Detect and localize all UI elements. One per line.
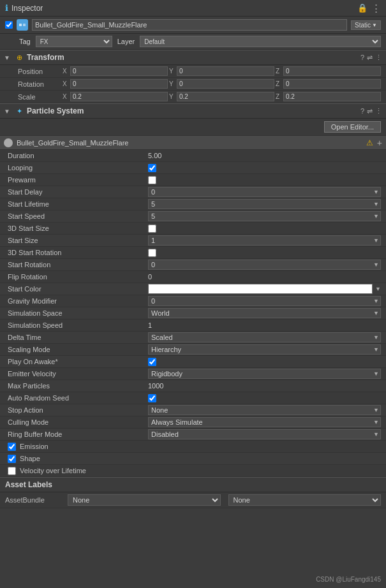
position-y-label: Y [169,68,175,75]
module-checkbox[interactable] [8,467,16,475]
position-y-input[interactable] [177,66,274,76]
more-icon[interactable]: ⋮ [371,3,381,14]
property-label: Start Lifetime [8,200,148,208]
property-select-container[interactable]: Hierarchy▼ [148,344,381,355]
rotation-y-field: Y [169,79,274,89]
lock-icon[interactable]: 🔒 [357,3,367,13]
property-select-arrow-icon: ▼ [373,346,379,353]
tag-select[interactable]: FX [36,36,112,47]
property-select-container[interactable]: 5▼ [148,199,381,209]
property-checkbox[interactable] [148,176,156,184]
property-label: Simulation Space [8,309,148,317]
property-label: Start Rotation [8,261,148,268]
position-z-input[interactable] [283,66,381,76]
position-x-input[interactable] [70,66,168,76]
property-select-display[interactable]: 0 [148,187,381,197]
transform-settings-icon[interactable]: ⇌ [367,54,373,62]
asset-bundle-row: AssetBundle None None [0,492,386,508]
property-label: 3D Start Size [8,224,148,232]
property-select-container[interactable]: Scaled▼ [148,332,381,342]
ps-add-icon[interactable]: + [377,138,382,148]
property-select-display[interactable]: None [148,405,381,415]
scale-z-input[interactable] [283,92,381,101]
property-select-container[interactable]: Always Simulate▼ [148,417,381,427]
module-label: Velocity over Lifetime [20,467,86,474]
property-color-swatch[interactable] [148,284,373,294]
property-row: Looping [0,162,386,174]
property-row: Simulation Speed1 [0,320,386,332]
particle-system-collapse-arrow[interactable]: ▼ [4,108,11,115]
object-row: Static ▼ [0,17,386,34]
rotation-z-input[interactable] [283,79,381,89]
static-button[interactable]: Static ▼ [351,20,381,30]
property-value [148,176,381,184]
property-select-display[interactable]: Hierarchy [148,344,381,355]
property-select-display[interactable]: 1 [148,235,381,246]
object-active-checkbox[interactable] [5,21,13,29]
property-checkbox[interactable] [148,358,156,366]
property-row: 3D Start Rotation [0,247,386,259]
property-select-container[interactable]: Rigidbody▼ [148,369,381,379]
property-value: ▼ [148,284,381,294]
module-checkbox[interactable] [8,455,16,463]
scale-x-input[interactable] [70,92,168,101]
property-select-container[interactable]: Disabled▼ [148,429,381,439]
property-color-wrap: ▼ [148,284,381,294]
property-select-display[interactable]: Disabled [148,429,381,439]
open-editor-button[interactable]: Open Editor... [324,121,381,133]
transform-collapse-arrow[interactable]: ▼ [4,54,11,61]
property-select-display[interactable]: 0 [148,296,381,306]
rotation-x-input[interactable] [70,79,168,89]
property-select-container[interactable]: 1▼ [148,235,381,246]
module-row: Velocity over Lifetime [0,465,386,477]
property-checkbox[interactable] [148,224,156,233]
layer-select[interactable]: Default [140,36,381,47]
particle-more-icon[interactable]: ⋮ [375,107,382,115]
property-checkbox[interactable] [148,164,156,172]
property-row: Gravity Modifier0▼ [0,295,386,307]
property-select-container[interactable]: 0▼ [148,187,381,197]
transform-help-icon[interactable]: ? [360,54,364,61]
scale-z-field: Z [276,92,381,101]
inspector-title: ℹ Inspector [5,3,43,13]
property-row: Ring Buffer ModeDisabled▼ [0,429,386,441]
position-z-field: Z [276,66,381,76]
property-select-container[interactable]: None▼ [148,405,381,415]
layer-label: Layer [117,38,135,45]
property-select-display[interactable]: Always Simulate [148,417,381,427]
property-label: Start Speed [8,212,148,220]
property-select-container[interactable]: World▼ [148,308,381,318]
property-value: Hierarchy▼ [148,344,381,355]
object-name-input[interactable] [32,19,347,31]
transform-more-icon[interactable]: ⋮ [375,54,382,62]
property-select-arrow-icon: ▼ [373,261,379,268]
property-select-display[interactable]: 5 [148,199,381,209]
property-row: Scaling ModeHierarchy▼ [0,344,386,356]
particle-help-icon[interactable]: ? [360,107,364,115]
property-row: Play On Awake* [0,356,386,368]
property-select-display[interactable]: 5 [148,211,381,221]
property-checkbox[interactable] [148,249,156,257]
property-value: 1 [148,321,381,329]
property-select-container[interactable]: 0▼ [148,296,381,306]
position-y-field: Y [169,66,274,76]
scale-y-input[interactable] [177,92,274,101]
property-select-display[interactable]: World [148,308,381,318]
rotation-x-label: X [63,80,69,87]
particle-settings-icon[interactable]: ⇌ [367,107,373,115]
property-value [148,224,381,233]
property-value [148,358,381,366]
asset-bundle-select[interactable]: None [68,494,221,506]
property-select-container[interactable]: 0▼ [148,260,381,270]
property-select-display[interactable]: Scaled [148,332,381,342]
rotation-y-input[interactable] [177,79,274,89]
property-select-container[interactable]: 5▼ [148,211,381,221]
property-select-display[interactable]: Rigidbody [148,369,381,379]
property-select-display[interactable]: 0 [148,260,381,270]
module-checkbox[interactable] [8,443,16,451]
position-label: Position [18,68,63,75]
property-select-arrow-icon: ▼ [373,310,379,316]
asset-variant-select[interactable]: None [228,494,382,506]
property-checkbox[interactable] [148,394,156,402]
asset-bundle-label: AssetBundle [5,496,63,504]
